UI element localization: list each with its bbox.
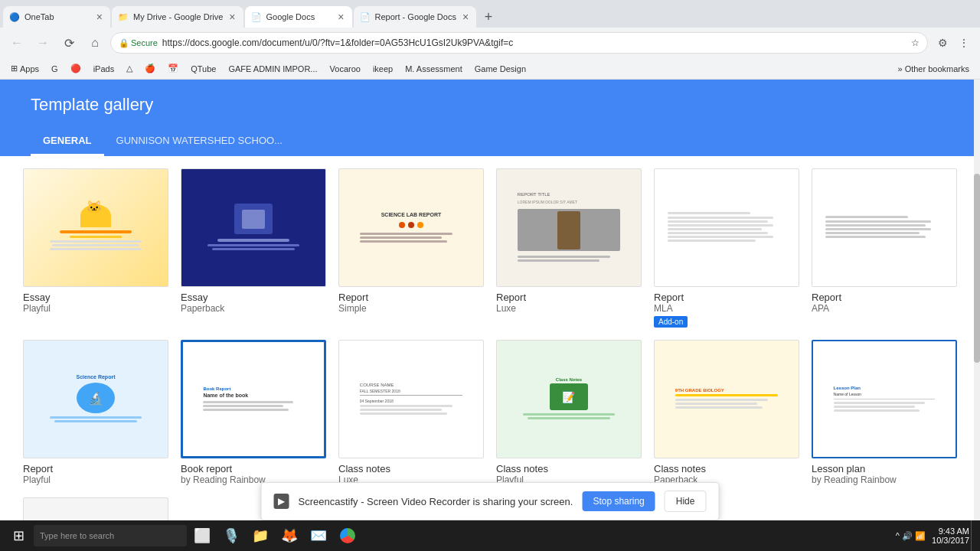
search-placeholder: Type here to search	[40, 531, 114, 540]
hide-button[interactable]: Hide	[665, 491, 707, 512]
extensions-icon[interactable]: ⚙	[933, 33, 952, 53]
bookmark-apple[interactable]: 🍎	[140, 62, 160, 75]
template-name: Essay	[181, 292, 326, 303]
template-report-playful[interactable]: Science Report 🔬 Report Playful	[23, 340, 168, 485]
template-name: Essay	[23, 292, 168, 303]
tab-close[interactable]: ×	[227, 9, 237, 24]
page-header: Template gallery GENERAL GUNNISON WATERS…	[0, 80, 980, 156]
template-subtitle: by Reading Rainbow	[812, 474, 957, 485]
back-button[interactable]: ←	[6, 32, 28, 54]
template-name: Book report	[181, 463, 326, 474]
taskbar-mail[interactable]: ✉️	[305, 522, 332, 549]
taskbar-microphone[interactable]: 🎙️	[217, 522, 245, 549]
template-report-simple[interactable]: SCIENCE LAB REPORT Report Simple	[338, 168, 484, 328]
tab-general[interactable]: GENERAL	[31, 127, 104, 156]
secure-badge: 🔒 Secure	[119, 38, 158, 48]
tab-label: My Drive - Google Drive	[133, 12, 223, 21]
tab-close[interactable]: ×	[336, 9, 345, 24]
template-book-report[interactable]: Book Report Name of the book Book report…	[181, 340, 326, 485]
date-display: 10/3/2017	[932, 536, 969, 545]
bookmarks-overflow[interactable]: » Other bookmarks	[893, 63, 974, 75]
taskbar: ⊞ Type here to search ⬜ 🎙️ 📁 🦊 ✉️ ^ 🔊 📶 …	[0, 520, 980, 551]
tab-report-google-docs[interactable]: 📄 Report - Google Docs ×	[354, 6, 477, 28]
template-class-notes-paperback[interactable]: 9TH GRADE BIOLOGY Class notes Paperback	[654, 340, 799, 485]
show-desktop-button[interactable]	[971, 520, 975, 551]
template-name: Lesson plan	[812, 463, 957, 474]
bookmark-ikeep[interactable]: ikeep	[368, 63, 397, 75]
reload-button[interactable]: ⟳	[58, 32, 80, 54]
folder-icon: 📁	[252, 527, 269, 544]
template-class-notes-playful[interactable]: Class Notes 📝 Class notes Playful	[496, 340, 642, 485]
tab-label: Report - Google Docs	[375, 12, 456, 21]
template-subtitle: Playful	[23, 474, 168, 485]
tab-gunnison[interactable]: GUNNISON WATERSHED SCHOO...	[104, 127, 295, 156]
taskbar-file-explorer[interactable]: 📁	[247, 522, 274, 549]
bookmark-m-assessment[interactable]: M. Assessment	[400, 63, 467, 75]
chrome-icon	[340, 528, 355, 543]
template-report-mla[interactable]: Report MLA Add-on	[654, 168, 799, 328]
bookmark-ipads[interactable]: iPads	[89, 63, 119, 75]
template-name: Report	[812, 292, 957, 303]
bookmarks-bar: ⊞ Apps G 🔴 iPads △ 🍎 📅 QTube GAFE ADMIN …	[0, 58, 980, 80]
mail-icon: ✉️	[310, 527, 327, 544]
page-content: Template gallery GENERAL GUNNISON WATERS…	[0, 80, 980, 551]
template-name: Report	[338, 292, 484, 303]
forward-button[interactable]: →	[32, 32, 54, 54]
bookmark-apps[interactable]: ⊞ Apps	[6, 62, 44, 75]
star-icon[interactable]: ☆	[911, 37, 920, 48]
taskbar-task-view[interactable]: ⬜	[188, 522, 216, 549]
stop-sharing-button[interactable]: Stop sharing	[582, 491, 655, 511]
template-subtitle: APA	[812, 303, 957, 314]
tab-label: OneTab	[24, 12, 90, 21]
onetab-icon: 🔵	[9, 12, 20, 22]
template-lesson-plan[interactable]: Lesson Plan Name of Lesson Lesson plan b…	[812, 340, 957, 485]
scroll-indicator[interactable]	[974, 80, 980, 551]
header-tabs: GENERAL GUNNISON WATERSHED SCHOO...	[31, 127, 949, 156]
tab-my-drive[interactable]: 📁 My Drive - Google Drive ×	[112, 6, 243, 28]
bookmark-game-design[interactable]: Game Design	[470, 63, 531, 75]
template-name: Report	[654, 292, 799, 303]
sys-icons: ^ 🔊 📶	[896, 531, 926, 541]
tab-close[interactable]: ×	[95, 9, 104, 24]
template-report-apa[interactable]: Report APA	[812, 168, 957, 328]
template-report-luxe[interactable]: REPORT TITLE LOREM IPSUM DOLOR SIT AMET …	[496, 168, 642, 328]
bookmark-codelabs[interactable]: 🔴	[66, 62, 86, 75]
new-tab-button[interactable]: +	[478, 6, 499, 28]
taskbar-search[interactable]: Type here to search	[34, 525, 187, 546]
taskbar-chrome[interactable]	[334, 522, 361, 549]
tab-label: Google Docs	[266, 12, 332, 21]
template-name: Class notes	[338, 463, 484, 474]
g-icon: G	[51, 64, 58, 73]
menu-icon[interactable]: ⋮	[954, 33, 974, 53]
screencastify-bar: ▶ Screencastify - Screen Video Recorder …	[261, 482, 720, 520]
apps-icon: ⊞	[11, 64, 18, 73]
taskbar-firefox[interactable]: 🦊	[276, 522, 303, 549]
bookmark-vocaroo[interactable]: Vocaroo	[325, 63, 365, 75]
scroll-thumb[interactable]	[974, 174, 980, 362]
taskbar-sys-tray: ^ 🔊 📶	[891, 531, 930, 541]
tab-close[interactable]: ×	[461, 9, 470, 24]
template-essay-playful[interactable]: 🐱 Essay Playful	[23, 168, 168, 328]
task-view-icon: ⬜	[194, 527, 211, 544]
bookmark-something[interactable]: 📅	[163, 62, 183, 75]
bookmark-qtube[interactable]: QTube	[186, 63, 220, 75]
microphone-icon: 🎙️	[223, 527, 240, 544]
template-name: Class notes	[654, 463, 799, 474]
home-button[interactable]: ⌂	[84, 32, 106, 54]
template-class-notes-luxe[interactable]: COURSE NAME FALL SEMESTER 2018 04 Septem…	[338, 340, 484, 485]
template-essay-paperback[interactable]: Essay Paperback	[181, 168, 326, 328]
start-button[interactable]: ⊞	[5, 522, 32, 549]
bookmark-gafe[interactable]: GAFE ADMIN IMPOR...	[224, 63, 322, 75]
address-bar[interactable]: 🔒 Secure https://docs.google.com/documen…	[110, 32, 928, 54]
docs-icon-2: 📄	[360, 12, 371, 22]
firefox-icon: 🦊	[281, 527, 298, 544]
toolbar-icons: ⚙ ⋮	[933, 33, 974, 53]
taskbar-clock[interactable]: 9:43 AM 10/3/2017	[932, 527, 969, 545]
templates-grid-row1: 🐱 Essay Playful	[23, 168, 957, 328]
addon-badge: Add-on	[654, 316, 688, 328]
tab-google-docs[interactable]: 📄 Google Docs ×	[245, 6, 352, 28]
tab-onetab[interactable]: 🔵 OneTab ×	[3, 6, 110, 28]
bookmark-drive[interactable]: △	[122, 62, 137, 75]
bookmark-g[interactable]: G	[47, 63, 63, 75]
page-title: Template gallery	[31, 95, 949, 127]
